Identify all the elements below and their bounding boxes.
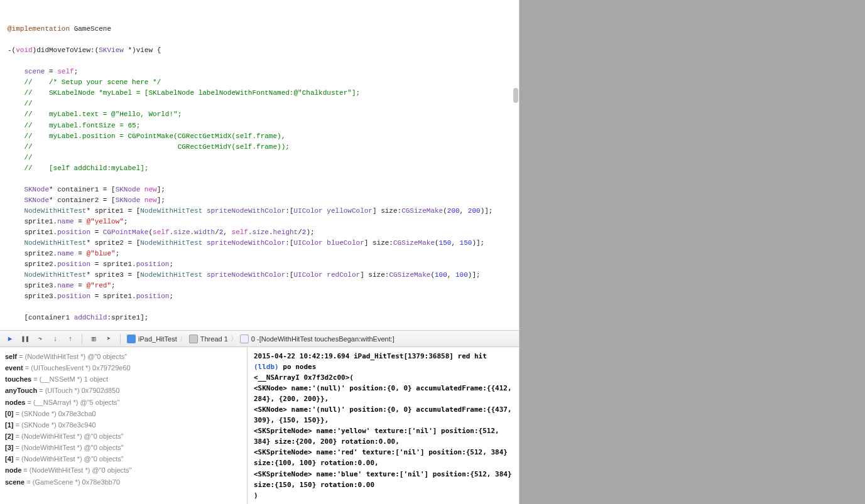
code-token: ; xyxy=(116,250,120,257)
code-token: NodeWithHitTest xyxy=(140,271,202,279)
code-token: = xyxy=(74,282,87,289)
code-comment: // myLabel.position = CGPointMake(CGRect… xyxy=(8,132,285,140)
console-panel[interactable]: 2015-04-22 10:42:19.694 iPad_HitTest[137… xyxy=(248,347,519,504)
code-token: blueColor xyxy=(323,239,364,247)
chevron-right-icon: 〉 xyxy=(180,334,187,343)
code-comment: // [self addChild:myLabel]; xyxy=(8,164,148,172)
code-token: sprite3. xyxy=(8,292,57,300)
code-token: size xyxy=(253,228,269,236)
step-out-icon[interactable]: ↑ xyxy=(65,334,75,344)
code-token: )]; xyxy=(481,207,493,215)
console-output: <__NSArrayI 0x7f3d2c00>( <SKNode> name:'… xyxy=(254,373,516,500)
simulator-canvas xyxy=(520,0,865,504)
project-icon xyxy=(127,335,136,343)
code-token: CGSizeMake xyxy=(389,271,430,279)
variable-row[interactable]: [2] = (NodeWithHitTest *) @"0 objects" xyxy=(5,431,242,442)
code-comment: // CGRectGetMidY(self.frame)); xyxy=(8,143,290,151)
variable-row[interactable]: [1] = (SKNode *) 0x78e3c940 xyxy=(5,419,242,431)
code-token: , xyxy=(223,228,231,236)
code-token: 100 xyxy=(435,271,447,279)
code-token: sprite3. xyxy=(8,282,57,289)
code-token: size xyxy=(173,228,190,236)
lldb-command: po nodes xyxy=(279,363,317,371)
code-token: = xyxy=(74,218,87,225)
code-token: ; xyxy=(124,218,128,225)
code-token: position xyxy=(136,292,170,300)
continue-icon[interactable]: ▶ xyxy=(5,334,15,344)
pause-icon[interactable]: ❚❚ xyxy=(20,334,30,344)
breadcrumb-project: iPad_HitTest xyxy=(138,335,177,343)
code-token: CGSizeMake xyxy=(393,239,435,247)
code-token: / xyxy=(298,228,302,236)
code-token: new xyxy=(140,186,156,193)
code-token: GameScene xyxy=(70,25,111,33)
code-token: self xyxy=(232,228,248,236)
code-token: new xyxy=(140,196,156,204)
chevron-right-icon: 〉 xyxy=(231,334,237,343)
code-comment: // myLabel.text = @"Hello, World!"; xyxy=(8,110,182,118)
stackframe-icon xyxy=(240,335,249,343)
code-token: )didMoveToView:( xyxy=(33,46,99,54)
location-icon[interactable]: ➤ xyxy=(104,334,114,344)
code-token: name xyxy=(57,250,73,257)
code-token: * container1 = [ xyxy=(49,186,116,193)
variable-row[interactable]: [4] = (NodeWithHitTest *) @"0 objects" xyxy=(5,453,242,464)
lldb-prompt: (lldb) xyxy=(254,363,279,371)
code-token: ( xyxy=(443,207,447,215)
code-token: width xyxy=(194,228,215,236)
code-token: ] size: xyxy=(373,207,401,215)
code-token: height xyxy=(273,228,298,236)
code-comment: // SKLabelNode *myLabel = [SKLabelNode l… xyxy=(8,89,360,97)
code-comment: // xyxy=(8,154,33,161)
step-in-icon[interactable]: ↓ xyxy=(50,334,60,344)
code-token: position xyxy=(136,260,170,268)
code-token: , xyxy=(451,239,459,247)
variable-row[interactable]: anyTouch = (UITouch *) 0x7902d850 xyxy=(5,385,242,396)
variable-row[interactable]: event = (UITouchesEvent *) 0x79729e60 xyxy=(5,362,242,373)
code-token: 100 xyxy=(455,271,468,279)
code-token: ( xyxy=(430,271,435,279)
code-token: = xyxy=(74,250,87,257)
code-token: 200 xyxy=(447,207,460,215)
variable-row[interactable]: [3] = (NodeWithHitTest *) @"0 objects" xyxy=(5,442,242,453)
breadcrumb-frame: 0 -[NodeWithHitTest touchesBegan:withEve… xyxy=(251,335,394,343)
debug-breadcrumb[interactable]: iPad_HitTest 〉 Thread 1 〉 0 -[NodeWithHi… xyxy=(127,334,394,343)
code-token: ; xyxy=(111,282,116,289)
variable-row[interactable]: touches = (__NSSetM *) 1 object xyxy=(5,373,242,385)
variable-row[interactable]: nodes = (__NSArrayI *) @"5 objects" xyxy=(5,397,242,408)
code-token: SKView xyxy=(99,46,124,54)
variables-panel[interactable]: self = (NodeWithHitTest *) @"0 objects" … xyxy=(0,347,248,504)
code-token: ; xyxy=(169,292,173,300)
code-token: NodeWithHitTest xyxy=(140,239,202,247)
code-token: name xyxy=(57,282,73,289)
variable-row[interactable]: node = (NodeWithHitTest *) @"0 objects" xyxy=(5,464,242,476)
code-token: sprite1. xyxy=(8,228,57,236)
code-token: NodeWithHitTest xyxy=(8,207,86,215)
code-editor[interactable]: @implementation GameScene -(void)didMove… xyxy=(0,0,519,331)
code-token: 150 xyxy=(460,239,472,247)
code-token: ] size: xyxy=(364,239,393,247)
code-token: NodeWithHitTest xyxy=(8,271,86,279)
variable-row[interactable]: [0] = (SKNode *) 0x78e3cba0 xyxy=(5,408,242,419)
code-token: CGSizeMake xyxy=(401,207,443,215)
code-token: sprite1. xyxy=(8,218,57,225)
scrollbar-thumb[interactable] xyxy=(513,88,518,103)
code-token: @"blue" xyxy=(86,250,115,257)
code-token: :[ xyxy=(285,239,293,247)
view-hierarchy-icon[interactable]: ▥ xyxy=(89,334,99,344)
step-over-icon[interactable]: ↷ xyxy=(35,334,45,344)
code-token: ); xyxy=(306,228,314,236)
code-token: ]; xyxy=(157,196,165,204)
debug-area: self = (NodeWithHitTest *) @"0 objects" … xyxy=(0,347,519,504)
variable-row[interactable]: scene = (GameScene *) 0x78e3bb70 xyxy=(5,476,242,488)
code-token: 200 xyxy=(468,207,481,215)
code-token: = sprite1. xyxy=(90,292,136,300)
variable-row[interactable]: self = (NodeWithHitTest *) @"0 objects" xyxy=(5,351,242,362)
code-token: yellowColor xyxy=(323,207,373,215)
code-token: name xyxy=(57,218,73,225)
code-comment: // myLabel.fontSize = 65; xyxy=(8,122,140,129)
code-token: SKNode xyxy=(8,186,49,193)
code-token: :[ xyxy=(285,207,293,215)
code-token: SKNode xyxy=(116,186,141,193)
code-comment: // xyxy=(8,100,33,107)
